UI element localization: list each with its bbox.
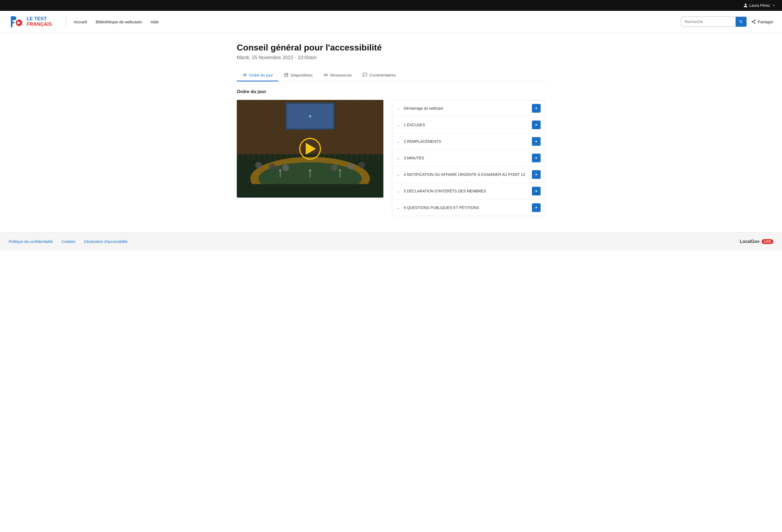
play-icon: [534, 123, 538, 127]
logo[interactable]: LE TEST FRANÇAIS: [9, 14, 52, 29]
agenda-play-button-6[interactable]: [532, 203, 541, 212]
search-input[interactable]: [681, 17, 736, 27]
agenda-play-button-3[interactable]: [532, 154, 541, 162]
privacy-link[interactable]: Politique de confidentialité: [9, 239, 53, 244]
svg-rect-10: [269, 100, 271, 160]
footer-live-badge: LIVE: [761, 239, 773, 244]
comment-icon: [362, 73, 367, 77]
svg-point-41: [348, 163, 354, 169]
accessibility-link[interactable]: Déclaration d'accessibilité: [84, 239, 128, 244]
svg-rect-9: [264, 100, 265, 160]
section-title: Ordre du jour: [237, 89, 545, 94]
agenda-chevron-0: ⌄: [397, 106, 401, 111]
search-box: [681, 16, 747, 27]
svg-point-42: [358, 162, 365, 168]
svg-rect-36: [237, 184, 383, 198]
slides-icon: [284, 73, 289, 77]
play-button[interactable]: [299, 138, 321, 160]
agenda-item: ⌄ 2 REMPLACEMENTS: [392, 133, 545, 150]
nav-bibliotheque[interactable]: Bibliothèque de webcasts: [96, 20, 142, 24]
main-nav: Accueil Bibliothèque de webcasts Aide: [74, 20, 681, 24]
share-button[interactable]: Partager: [751, 19, 773, 24]
svg-text:■: ■: [309, 114, 312, 118]
tab-commentaires[interactable]: Commentaires: [357, 69, 401, 81]
svg-rect-23: [340, 100, 341, 160]
nav-accueil[interactable]: Accueil: [74, 20, 87, 24]
svg-rect-11: [275, 100, 276, 160]
agenda-chevron-3: ⌄: [397, 156, 401, 160]
agenda-label-0: Démarrage du webcast: [404, 106, 529, 111]
logo-divider: [66, 16, 66, 27]
share-icon: [751, 19, 756, 24]
svg-rect-27: [362, 100, 363, 160]
agenda-item: ⌄ 6 QUESTIONS PUBLIQUES ET PÉTITIONS: [392, 199, 545, 216]
agenda-list: ⌄ Démarrage du webcast ⌄ 1 EXCUSES ⌄ 2 R…: [392, 100, 545, 216]
search-icon: [739, 20, 743, 24]
svg-point-37: [255, 162, 262, 168]
svg-rect-22: [334, 100, 335, 160]
header-right: Partager: [681, 16, 773, 27]
footer-links: Politique de confidentialité Cookies Déc…: [9, 239, 128, 244]
agenda-play-button-4[interactable]: [532, 170, 541, 179]
cookies-link[interactable]: Cookies: [62, 239, 75, 244]
play-icon: [534, 173, 538, 177]
tab-ordre-du-jour[interactable]: Ordre du jour: [237, 69, 278, 81]
content-area: ■: [237, 100, 545, 216]
tab-ordre-label: Ordre du jour: [249, 73, 273, 77]
agenda-play-button-0[interactable]: [532, 104, 541, 113]
agenda-chevron-6: ⌄: [397, 206, 401, 210]
agenda-label-6: 6 QUESTIONS PUBLIQUES ET PÉTITIONS: [404, 205, 529, 210]
logo-text: LE TEST FRANÇAIS: [27, 16, 52, 27]
agenda-item: ⌄ 1 EXCUSES: [392, 117, 545, 133]
svg-rect-7: [253, 100, 254, 160]
agenda-item: ⌄ 4 NOTIFICATION OU AFFAIRE URGENTE À EX…: [392, 166, 545, 183]
list-icon: [242, 73, 247, 77]
svg-rect-28: [367, 100, 368, 160]
tabs-bar: Ordre du jour Diapositives Ressources Co…: [237, 69, 545, 81]
user-icon: [743, 3, 748, 8]
agenda-label-3: 3 MINUTES: [404, 156, 529, 160]
agenda-item: ⌄ Démarrage du webcast: [392, 100, 545, 117]
svg-rect-25: [351, 100, 352, 160]
agenda-play-button-5[interactable]: [532, 187, 541, 195]
agenda-label-1: 1 EXCUSES: [404, 123, 529, 127]
agenda-play-button-1[interactable]: [532, 120, 541, 129]
footer-brand-name: LocalGov: [740, 239, 759, 244]
svg-rect-6: [248, 100, 249, 160]
agenda-item: ⌄ 3 MINUTES: [392, 150, 545, 166]
play-icon: [534, 156, 538, 160]
svg-rect-29: [372, 100, 374, 160]
svg-rect-12: [280, 100, 281, 160]
agenda-play-button-2[interactable]: [532, 137, 541, 146]
header: LE TEST FRANÇAIS Accueil Bibliothèque de…: [0, 11, 782, 33]
agenda-chevron-2: ⌄: [397, 140, 401, 144]
share-label: Partager: [757, 20, 773, 24]
chevron-down-icon: [772, 3, 776, 7]
top-bar: Laura Pérez: [0, 0, 782, 11]
logo-icon: [9, 14, 24, 29]
page-title: Conseil général pour l'accessibilité: [237, 43, 545, 53]
svg-point-40: [331, 164, 338, 171]
agenda-label-2: 2 REMPLACEMENTS: [404, 139, 529, 144]
svg-point-44: [279, 169, 281, 172]
video-player[interactable]: ■: [237, 100, 383, 198]
agenda-item: ⌄ 5 DÉCLARATION D'INTÉRÊTS DES MEMBRES: [392, 183, 545, 199]
svg-rect-24: [345, 100, 347, 160]
tab-ressources[interactable]: Ressources: [318, 69, 357, 81]
nav-aide[interactable]: Aide: [150, 20, 158, 24]
svg-point-39: [282, 164, 289, 171]
user-label: Laura Pérez: [749, 3, 770, 8]
video-thumbnail: ■: [237, 100, 383, 198]
tab-ressources-label: Ressources: [330, 73, 352, 77]
svg-rect-4: [237, 100, 238, 160]
svg-rect-8: [258, 100, 259, 160]
user-menu[interactable]: Laura Pérez: [743, 3, 776, 8]
search-button[interactable]: [736, 17, 746, 27]
tab-diapositives[interactable]: Diapositives: [278, 69, 318, 81]
svg-point-46: [309, 169, 311, 172]
play-icon: [534, 106, 538, 110]
agenda-label-4: 4 NOTIFICATION OU AFFAIRE URGENTE À EXAM…: [404, 173, 529, 177]
svg-point-48: [339, 169, 341, 172]
footer: Politique de confidentialité Cookies Déc…: [0, 232, 782, 251]
svg-rect-30: [378, 100, 379, 160]
